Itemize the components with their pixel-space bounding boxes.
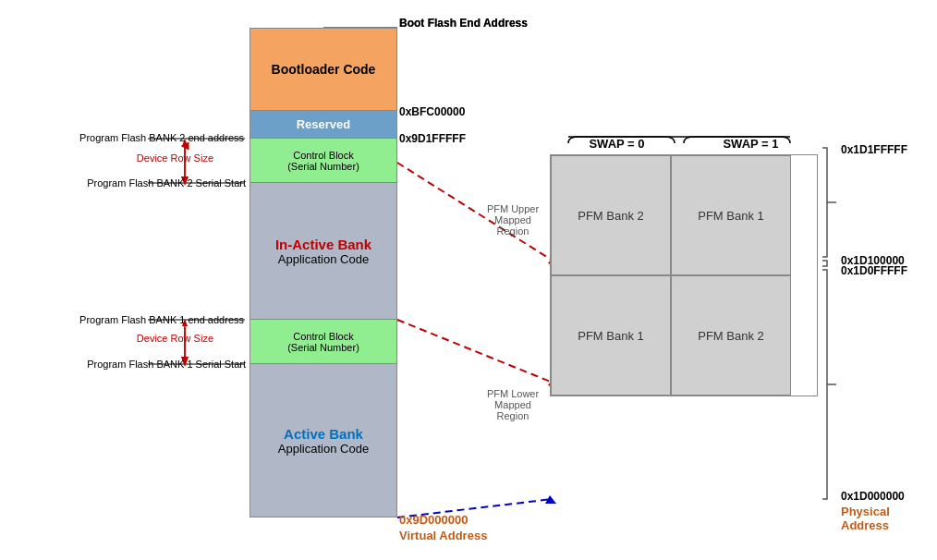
flash-column: Bootloader Code Reserved Control Block(S… <box>249 28 397 517</box>
inactive-bank-label: In-Active Bank <box>275 237 371 252</box>
bank2-serial-start-label: Program Flash BANK 2 Serial Start <box>87 177 246 189</box>
pfm-cell-upper-right: PFM Bank 1 <box>671 155 791 275</box>
device-row-size-1-label: Device Row Size <box>137 152 213 164</box>
active-bank-label: Active Bank <box>284 426 363 442</box>
pfm-cell-lower-right: PFM Bank 2 <box>671 275 791 396</box>
addr-1d0fffff: 0x1D0FFFFF <box>841 264 907 277</box>
pfm-grid: PFM Bank 2 PFM Bank 1 PFM Bank 1 PFM Ban… <box>550 154 818 396</box>
addr-1d1fffff: 0x1D1FFFFF <box>841 143 907 156</box>
pfm-container: SWAP = 0 SWAP = 1 PFM Bank 2 PFM Bank 1 … <box>550 137 818 396</box>
reserved-section: Reserved <box>249 111 397 139</box>
inactive-app-label: Application Code <box>278 252 369 266</box>
bootloader-label: Bootloader Code <box>272 62 376 77</box>
svg-marker-16 <box>545 495 556 504</box>
reserved-label: Reserved <box>297 117 351 131</box>
addr-bfc00000: 0xBFC00000 <box>399 105 465 118</box>
control-top-label: Control Block(Serial Number) <box>287 150 359 172</box>
control-block-bottom: Control Block(Serial Number) <box>249 320 397 364</box>
control-block-top: Control Block(Serial Number) <box>249 139 397 183</box>
pfm-cell-upper-left: PFM Bank 2 <box>551 155 671 275</box>
bank2-end-label: Program Flash BANK 2 end address <box>79 132 244 143</box>
swap0-header: SWAP = 0 <box>557 137 677 151</box>
device-row-size-2-label: Device Row Size <box>137 333 213 344</box>
control-bottom-label: Control Block(Serial Number) <box>287 331 359 353</box>
active-bank-section: Active Bank Application Code <box>249 364 397 517</box>
diagram-container: Boot Flash End Address Bootloader Code R… <box>0 0 937 560</box>
virtual-address-label: Virtual Address <box>399 529 487 542</box>
pfm-header-row: SWAP = 0 SWAP = 1 <box>550 137 818 151</box>
addr-1d000000: 0x1D000000 <box>841 490 905 503</box>
boot-flash-end-addr: Boot Flash End Address <box>399 17 528 30</box>
pfm-cell-lower-left: PFM Bank 1 <box>551 275 671 396</box>
svg-line-13 <box>397 320 553 383</box>
swap1-header: SWAP = 1 <box>691 137 811 151</box>
bank1-end-label: Program Flash BANK 1 end address <box>79 314 244 325</box>
active-app-label: Application Code <box>278 442 369 456</box>
addr-9d1fffff: 0x9D1FFFFF <box>399 132 466 145</box>
physical-address-label: PhysicalAddress <box>841 505 890 532</box>
inactive-bank-section: In-Active Bank Application Code <box>249 183 397 320</box>
pfm-lower-region-label: PFM LowerMapped Region <box>481 388 545 421</box>
bootloader-section: Bootloader Code <box>249 28 397 111</box>
bank1-serial-start-label: Program Flash BANK 1 Serial Start <box>87 359 246 370</box>
pfm-upper-region-label: PFM UpperMapped Region <box>481 203 545 237</box>
addr-9d000000: 0x9D000000 <box>399 513 468 527</box>
